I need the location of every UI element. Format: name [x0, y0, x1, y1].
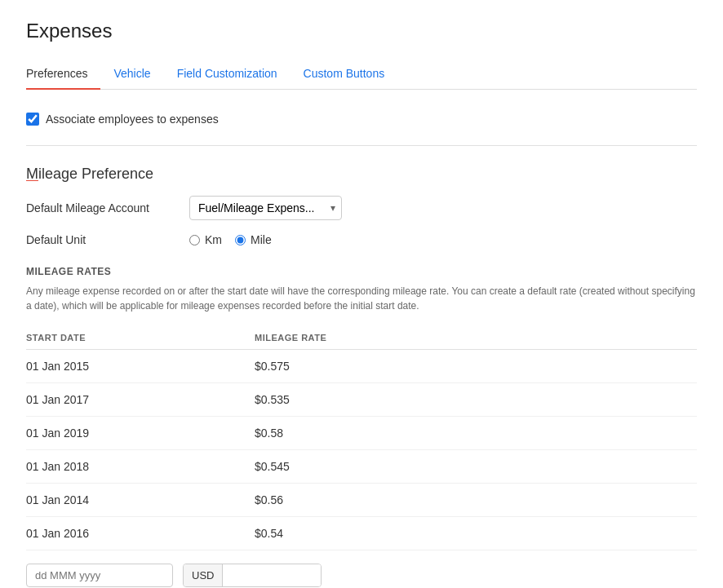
tab-custom-buttons[interactable]: Custom Buttons: [304, 59, 398, 90]
table-row: 01 Jan 2014$0.56: [26, 484, 697, 517]
tab-bar: Preferences Vehicle Field Customization …: [26, 59, 697, 90]
table-row: 01 Jan 2015$0.575: [26, 350, 697, 383]
rate-amount-input[interactable]: [223, 564, 321, 586]
mileage-rates-description: Any mileage expense recorded on or after…: [26, 284, 697, 313]
cell-mileage-rate: $0.58: [255, 417, 697, 450]
currency-label: USD: [184, 564, 223, 586]
cell-start-date: 01 Jan 2014: [26, 484, 255, 517]
mileage-account-select-wrapper: Fuel/Mileage Expens... ▾: [189, 196, 342, 220]
default-mileage-account-label: Default Mileage Account: [26, 201, 189, 214]
divider: [26, 145, 697, 146]
cell-start-date: 01 Jan 2018: [26, 450, 255, 484]
mileage-rates-title: MILEAGE RATES: [26, 266, 697, 277]
mileage-rates-section: MILEAGE RATES Any mileage expense record…: [26, 266, 697, 587]
new-date-input[interactable]: [26, 564, 173, 587]
unit-km-label[interactable]: Km: [189, 233, 222, 246]
cell-mileage-rate: $0.545: [255, 450, 697, 484]
associate-employees-label[interactable]: Associate employees to expenses: [46, 113, 219, 126]
default-unit-row: Default Unit Km Mile: [26, 233, 697, 246]
default-unit-label: Default Unit: [26, 233, 189, 246]
associate-employees-checkbox[interactable]: [26, 113, 39, 126]
cell-start-date: 01 Jan 2017: [26, 383, 255, 417]
cell-start-date: 01 Jan 2015: [26, 350, 255, 383]
currency-group: USD: [183, 564, 322, 587]
tab-field-customization[interactable]: Field Customization: [177, 59, 291, 90]
table-row: 01 Jan 2016$0.54: [26, 517, 697, 550]
col-header-mileage-rate: MILEAGE RATE: [255, 326, 697, 350]
default-mileage-account-row: Default Mileage Account Fuel/Mileage Exp…: [26, 196, 697, 220]
cell-mileage-rate: $0.54: [255, 517, 697, 550]
table-row: 01 Jan 2017$0.535: [26, 383, 697, 417]
cell-start-date: 01 Jan 2019: [26, 417, 255, 450]
cell-mileage-rate: $0.56: [255, 484, 697, 517]
col-header-start-date: START DATE: [26, 326, 255, 350]
default-mileage-account-control: Fuel/Mileage Expens... ▾: [189, 196, 342, 220]
unit-km-text: Km: [205, 233, 222, 246]
unit-mile-text: Mile: [251, 233, 272, 246]
table-row: 01 Jan 2018$0.545: [26, 450, 697, 484]
new-rate-input-row: USD: [26, 557, 697, 587]
cell-mileage-rate: $0.535: [255, 383, 697, 417]
rates-table: START DATE MILEAGE RATE 01 Jan 2015$0.57…: [26, 326, 697, 550]
page-title: Expenses: [26, 20, 697, 42]
tab-preferences[interactable]: Preferences: [26, 59, 100, 90]
mileage-section-title: Mileage Preference: [26, 166, 697, 183]
cell-mileage-rate: $0.575: [255, 350, 697, 383]
cell-start-date: 01 Jan 2016: [26, 517, 255, 550]
table-row: 01 Jan 2019$0.58: [26, 417, 697, 450]
tab-vehicle[interactable]: Vehicle: [113, 59, 163, 90]
associate-employees-row: Associate employees to expenses: [26, 106, 697, 132]
unit-mile-radio[interactable]: [235, 235, 246, 245]
mileage-account-select[interactable]: Fuel/Mileage Expens...: [189, 196, 342, 220]
unit-km-radio[interactable]: [189, 235, 200, 245]
default-unit-control: Km Mile: [189, 233, 272, 246]
unit-mile-label[interactable]: Mile: [235, 233, 272, 246]
unit-radio-group: Km Mile: [189, 233, 272, 246]
